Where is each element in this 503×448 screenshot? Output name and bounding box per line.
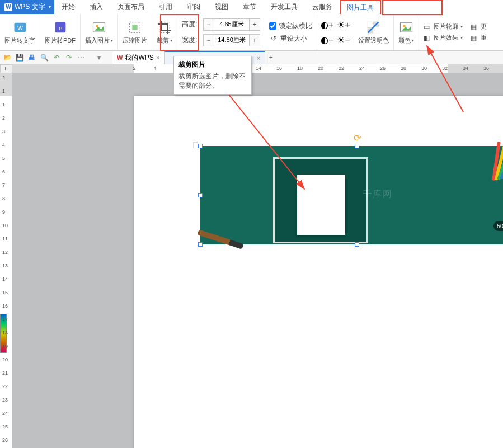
width-label: 宽度: xyxy=(182,35,201,45)
rotate-handle-icon[interactable]: ⟳ xyxy=(354,133,361,143)
pic-to-pdf-icon: P xyxy=(53,20,68,35)
btn-set-transparent[interactable]: 设置透明色 xyxy=(354,14,394,50)
lock-ratio-row[interactable]: 锁定纵横比 xyxy=(269,21,312,31)
height-plus[interactable]: + xyxy=(250,19,260,30)
svg-point-14 xyxy=(403,25,406,27)
menu-chapter[interactable]: 章节 xyxy=(236,0,264,14)
qa-redo-icon[interactable]: ↷ xyxy=(64,53,74,63)
insert-pic-icon xyxy=(91,20,107,35)
chevron-down-icon: ▾ xyxy=(170,38,172,43)
width-input[interactable] xyxy=(214,35,250,46)
ruler-v-tick: 15 xyxy=(2,290,8,295)
resize-handle-n[interactable] xyxy=(355,144,359,148)
btn-crop[interactable]: 裁剪▾ xyxy=(152,14,177,50)
svg-text:P: P xyxy=(58,26,62,31)
width-spinner[interactable]: − + xyxy=(203,34,260,46)
lock-ratio-checkbox[interactable] xyxy=(269,22,276,30)
ruler-v-tick: 2 xyxy=(2,115,5,121)
svg-rect-8 xyxy=(132,25,137,30)
menu-page-layout[interactable]: 页面布局 xyxy=(110,0,152,14)
resize-handle-w[interactable] xyxy=(198,193,203,197)
ruler-h-tick: 22 xyxy=(339,65,344,71)
height-input[interactable] xyxy=(214,19,250,30)
btn-more2[interactable]: ▦重 xyxy=(469,34,487,43)
more-icon: ▦ xyxy=(469,22,478,31)
height-label: 高度: xyxy=(182,20,201,29)
menu-dev-tools[interactable]: 开发工具 xyxy=(264,0,305,14)
chevron-down-icon: ▾ xyxy=(460,35,463,40)
btn-pic-to-text[interactable]: W 图片转文字 xyxy=(0,14,40,50)
compress-pic-icon xyxy=(127,20,143,35)
svg-rect-11 xyxy=(368,22,374,28)
ruler-v-tick: 12 xyxy=(2,249,8,255)
contrast-down-icon[interactable]: ◐− xyxy=(321,35,333,45)
btn-compress-pic[interactable]: 压缩图片 xyxy=(118,14,152,50)
svg-rect-12 xyxy=(373,27,379,34)
menu-insert[interactable]: 插入 xyxy=(82,0,110,14)
btn-outline[interactable]: ▭ 图片轮廓 ▾ xyxy=(422,22,463,31)
ruler-vertical[interactable]: 2112345678910111213141516171819202122232… xyxy=(0,73,12,448)
menu-cloud[interactable]: 云服务 xyxy=(305,0,340,14)
qa-open-icon[interactable]: 📂 xyxy=(2,53,12,63)
ruler-v-tick: 16 xyxy=(2,303,8,309)
ruler-corner[interactable]: L xyxy=(0,64,12,73)
width-minus[interactable]: − xyxy=(204,35,214,46)
ruler-v-tick: 3 xyxy=(2,129,5,134)
qa-print-icon[interactable]: 🖶 xyxy=(27,53,37,63)
app-badge[interactable]: W WPS 文字 ▾ xyxy=(0,0,54,14)
crop-corner-icon: ┌ xyxy=(190,136,198,148)
tab-close-icon[interactable]: × xyxy=(156,54,159,61)
page-area[interactable]: 千库网 ⟳ ┌ 50% xyxy=(12,73,503,448)
qa-more-icon[interactable]: ⋯ xyxy=(76,53,86,63)
btn-pic-to-pdf[interactable]: P 图片转PDF xyxy=(40,14,81,50)
reset-size-icon: ↺ xyxy=(269,34,278,43)
ruler-h-tick: 16 xyxy=(276,65,282,71)
crop-icon xyxy=(157,20,172,35)
brightness-up-icon[interactable]: ☀+ xyxy=(337,20,350,30)
menu-view[interactable]: 视图 xyxy=(208,0,236,14)
brightness-down-icon[interactable]: ☀− xyxy=(337,35,350,45)
reset-size-row[interactable]: ↺ 重设大小 xyxy=(269,34,312,44)
btn-color[interactable]: 颜色▾ xyxy=(394,14,419,50)
tooltip-title: 裁剪图片 xyxy=(178,60,247,69)
zoom-badge: 50% xyxy=(493,221,503,231)
resize-handle-s[interactable] xyxy=(355,242,359,247)
ruler-v-tick: 23 xyxy=(2,397,8,403)
menu-references[interactable]: 引用 xyxy=(152,0,180,14)
ruler-v-tick: 26 xyxy=(2,437,8,443)
tab-mywps[interactable]: W 我的WPS × xyxy=(112,51,164,64)
btn-more1[interactable]: ▦更 xyxy=(469,22,487,31)
tab-add-button[interactable]: + xyxy=(265,54,276,62)
qa-preview-icon[interactable]: 🔍 xyxy=(39,53,49,63)
menu-review[interactable]: 审阅 xyxy=(180,0,208,14)
ruler-h-tick: 36 xyxy=(483,65,489,71)
app-dropdown-icon: ▾ xyxy=(49,4,51,10)
resize-handle-nw[interactable] xyxy=(198,144,203,148)
btn-effects[interactable]: ◧ 图片效果 ▾ xyxy=(422,34,463,43)
selected-image[interactable]: 千库网 ⟳ ┌ 50% xyxy=(200,146,503,244)
qa-undo-icon[interactable]: ↶ xyxy=(51,53,62,63)
transparent-icon xyxy=(365,20,381,35)
btn-insert-pic[interactable]: 插入图片▾ xyxy=(81,14,118,50)
ruler-h-tick: 2 xyxy=(133,65,135,71)
menu-start[interactable]: 开始 xyxy=(54,0,82,14)
ruler-v-tick: 6 xyxy=(2,169,5,175)
qa-save-icon[interactable]: 💾 xyxy=(15,53,25,63)
ruler-h-tick: 18 xyxy=(297,65,303,71)
qa-dropdown-icon[interactable]: ▾ xyxy=(94,53,104,63)
effects-icon: ◧ xyxy=(422,34,431,43)
ruler-h-tick: 34 xyxy=(463,65,468,71)
ribbon-toolbar: W 图片转文字 P 图片转PDF 插入图片▾ 压缩图片 裁剪▾ 高度: − + … xyxy=(0,14,503,51)
width-plus[interactable]: + xyxy=(250,35,260,46)
tab-close-icon[interactable]: × xyxy=(257,55,260,62)
height-minus[interactable]: − xyxy=(204,19,214,30)
contrast-up-icon[interactable]: ◐+ xyxy=(321,20,333,30)
menu-picture-tools[interactable]: 图片工具 xyxy=(340,0,381,14)
tooltip-body: 裁剪所选图片，删除不需要的部分。 xyxy=(178,72,247,91)
chevron-down-icon: ▾ xyxy=(111,38,113,43)
ruler-v-tick: 20 xyxy=(2,357,8,362)
ruler-v-tick: 1 xyxy=(2,88,5,94)
resize-handle-sw[interactable] xyxy=(198,242,203,247)
height-spinner[interactable]: − + xyxy=(203,18,260,31)
lock-group: 锁定纵横比 ↺ 重设大小 xyxy=(265,14,317,50)
